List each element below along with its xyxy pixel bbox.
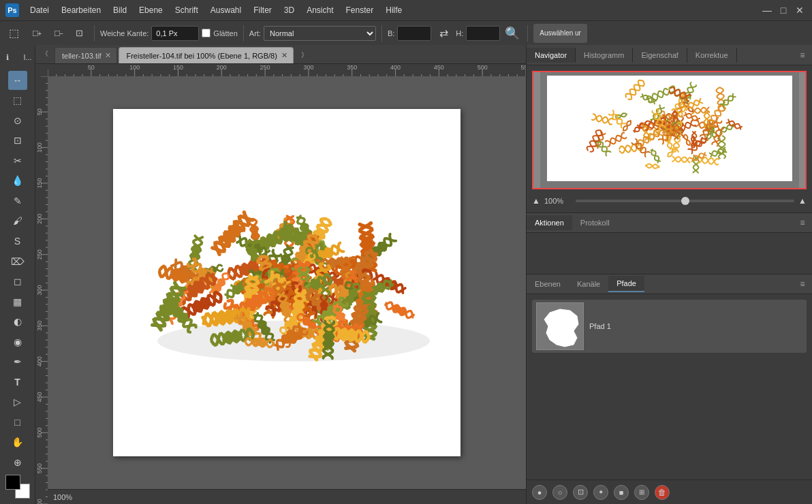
canvas-area: 《 teller-103.tif ✕ Freisteller-104.tif b… <box>35 45 526 504</box>
top-panel-menu[interactable]: ≡ <box>793 46 812 65</box>
close-button[interactable]: ✕ <box>793 3 807 17</box>
learn-button[interactable]: I... <box>18 48 36 67</box>
menu-ebene[interactable]: Ebene <box>134 4 168 16</box>
minimize-button[interactable]: — <box>760 3 774 17</box>
nav-zoom-bar: ▲ 100% ▲ <box>532 195 807 207</box>
tab-pfade[interactable]: Pfade <box>608 276 644 292</box>
nav-zoom-slider[interactable] <box>576 200 794 202</box>
load-selection-button[interactable]: ⊡ <box>573 485 588 500</box>
menu-filter[interactable]: Filter <box>248 4 277 16</box>
canvas-wrapper[interactable]: 100% <box>35 64 526 504</box>
tab-teller[interactable]: teller-103.tif ✕ <box>54 47 117 63</box>
tab-protokoll[interactable]: Protokoll <box>572 215 618 230</box>
blur-tool[interactable]: ◐ <box>8 312 27 331</box>
tab-freisteller-label: Freisteller-104.tif bei 100% (Ebene 1, R… <box>126 52 277 60</box>
eraser-tool[interactable]: ◻ <box>8 272 27 291</box>
zoom-tool[interactable]: ⊕ <box>8 453 27 472</box>
b-input[interactable] <box>397 26 431 41</box>
toolbox: ℹ I... ↔ ⬚ ⊙ ⊡ ✂ 💧 ✎ 🖌 S ⌦ ◻ ▦ ◐ ◉ ✒ T ▷… <box>0 45 35 504</box>
shape-tool[interactable]: □ <box>8 413 27 432</box>
menu-3d[interactable]: 3D <box>279 4 300 16</box>
tab-freisteller[interactable]: Freisteller-104.tif bei 100% (Ebene 1, R… <box>119 47 293 63</box>
tab-ebenen[interactable]: Ebenen <box>527 277 569 292</box>
marquee-tool[interactable]: ⬚ <box>8 91 27 110</box>
foreground-color[interactable] <box>5 475 20 490</box>
toolbar: ⬚ □+ □− ⊡ Weiche Kante: Glätten Art: Nor… <box>0 20 812 45</box>
search-button[interactable]: 🔍 <box>503 24 522 43</box>
maximize-button[interactable]: □ <box>777 3 790 17</box>
make-workpath-button[interactable]: ✦ <box>593 485 608 500</box>
ruler-corner <box>35 64 48 76</box>
new-path-button[interactable]: ■ <box>614 485 629 500</box>
nav-zoom-out-icon[interactable]: ▲ <box>532 196 540 206</box>
menu-bearbeiten[interactable]: Bearbeiten <box>56 4 106 16</box>
tab-teller-close[interactable]: ✕ <box>105 51 111 60</box>
layers-menu[interactable]: ≡ <box>793 274 812 294</box>
info-button[interactable]: ℹ <box>0 48 17 67</box>
menu-fenster[interactable]: Fenster <box>341 4 379 16</box>
smooth-checkbox[interactable] <box>202 29 210 37</box>
layers-footer: ● ○ ⊡ ✦ ■ ⊞ 🗑 <box>527 479 812 504</box>
intersect-selection-button[interactable]: ⊡ <box>69 24 89 43</box>
new-selection-button[interactable]: ⬚ <box>4 24 23 43</box>
tab-eigenschaften[interactable]: Eigenschaf <box>633 48 687 63</box>
menu-bild[interactable]: Bild <box>108 4 132 16</box>
history-brush-tool[interactable]: ⌦ <box>8 252 27 271</box>
hand-tool[interactable]: ✋ <box>8 433 27 452</box>
subtract-selection-button[interactable]: □− <box>48 24 67 43</box>
menu-datei[interactable]: Datei <box>25 4 54 16</box>
menu-hilfe[interactable]: Hilfe <box>380 4 407 16</box>
type-tool[interactable]: T <box>8 373 27 392</box>
tab-expand-button[interactable]: 》 <box>295 47 314 63</box>
tab-freisteller-close[interactable]: ✕ <box>281 51 287 60</box>
move-tool[interactable]: ↔ <box>8 71 27 90</box>
stroke-path-button[interactable]: ○ <box>552 485 567 500</box>
window-controls: — □ ✕ <box>760 3 807 17</box>
swap-icon[interactable]: ⇄ <box>434 24 453 43</box>
status-bar: 100% <box>48 489 526 504</box>
b-label: B: <box>388 29 394 37</box>
art-select[interactable]: Normal Zu Auswahl hinzufügen Von Auswahl… <box>264 26 376 41</box>
actions-menu[interactable]: ≡ <box>793 213 812 232</box>
nav-canvas <box>540 72 799 188</box>
main-drawing-canvas[interactable] <box>113 109 460 456</box>
tab-collapse-button[interactable]: 《 <box>35 45 54 63</box>
delete-path-button[interactable]: 🗑 <box>655 485 670 500</box>
fill-path-button[interactable]: ● <box>532 485 547 500</box>
menu-ansicht[interactable]: Ansicht <box>301 4 339 16</box>
magic-wand-tool[interactable]: ⊡ <box>8 131 27 151</box>
clone-stamp-tool[interactable]: S <box>8 232 27 251</box>
select-refine-button[interactable]: Auswählen ur <box>533 24 587 43</box>
navigator-panel: ▲ 100% ▲ <box>527 65 812 212</box>
path-selection-tool[interactable]: ▷ <box>8 393 27 412</box>
menu-schrift[interactable]: Schrift <box>170 4 204 16</box>
lasso-tool[interactable]: ⊙ <box>8 111 27 130</box>
path-row[interactable]: Pfad 1 <box>532 300 807 353</box>
h-label: H: <box>456 29 463 37</box>
tab-navigator[interactable]: Navigator <box>527 48 576 63</box>
tab-histogramm[interactable]: Histogramm <box>576 48 633 63</box>
smooth-checkbox-container: Glätten <box>202 29 237 37</box>
eyedropper-tool[interactable]: 💧 <box>8 172 27 191</box>
tab-korrekturen[interactable]: Korrektue <box>687 48 737 63</box>
actions-panel-header: Aktionen Protokoll ≡ <box>527 212 812 233</box>
tab-teller-label: teller-103.tif <box>62 52 101 60</box>
gradient-tool[interactable]: ▦ <box>8 292 27 311</box>
menu-auswahl[interactable]: Auswahl <box>205 4 247 16</box>
duplicate-path-button[interactable]: ⊞ <box>634 485 649 500</box>
ruler-vertical <box>35 76 48 504</box>
healing-tool[interactable]: ✎ <box>8 191 27 210</box>
brush-tool[interactable]: 🖌 <box>8 212 27 231</box>
crop-tool[interactable]: ✂ <box>8 151 27 170</box>
add-selection-button[interactable]: □+ <box>26 24 45 43</box>
document-canvas[interactable] <box>113 109 460 456</box>
tab-aktionen[interactable]: Aktionen <box>527 215 572 230</box>
feather-input[interactable] <box>151 26 199 41</box>
canvas-content[interactable] <box>48 76 526 489</box>
nav-image-container[interactable] <box>532 71 807 189</box>
pen-tool[interactable]: ✒ <box>8 352 27 371</box>
h-input[interactable] <box>466 26 500 41</box>
nav-zoom-in-icon[interactable]: ▲ <box>798 196 807 206</box>
dodge-tool[interactable]: ◉ <box>8 332 27 351</box>
tab-kanaele[interactable]: Kanäle <box>569 277 608 292</box>
